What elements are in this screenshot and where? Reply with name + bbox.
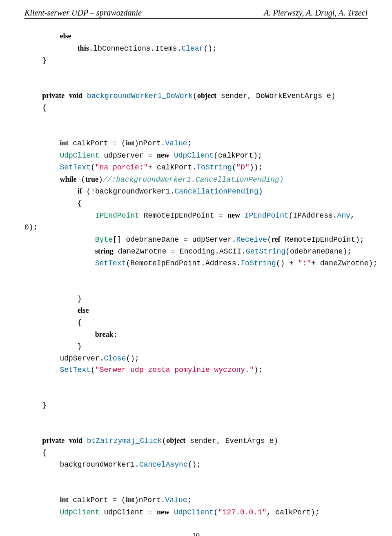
kw-ref: ref	[272, 235, 281, 243]
txt: + calkPort.	[148, 163, 196, 171]
txt: , calkPort);	[267, 508, 320, 516]
txt: .lbConnections.Items.	[89, 44, 182, 53]
txt: (RemoteIpEndPoint.Address.	[126, 259, 241, 267]
txt: sender, DoWorkEventArgs e)	[216, 92, 336, 100]
brace: }	[42, 401, 47, 409]
txt: )nPort.	[134, 496, 165, 504]
txt: udpServer.	[60, 354, 104, 363]
txt: )	[98, 176, 103, 184]
typ-ipendpoint: IPEndPoint	[95, 211, 139, 220]
typ-udpclient: UdpClient	[60, 508, 99, 516]
txt: [] odebraneDane = udpServer.	[113, 236, 236, 244]
kw-private: private	[42, 436, 65, 445]
fn-tostring: ToString	[196, 163, 232, 171]
kw-else: else	[78, 306, 89, 314]
txt: calkPort = (	[68, 139, 125, 147]
fn-value: Value	[165, 496, 187, 504]
comment: //!backgroundWorker1.CancellationPending…	[103, 176, 284, 184]
header-right: A. Pierwszy, A. Drugi, A. Trzeci	[264, 8, 368, 18]
fn-cancelasync: CancelAsync	[139, 460, 188, 469]
txt: 0);	[24, 223, 38, 231]
code-block: else this.lbConnections.Items.Clear(); }…	[24, 30, 368, 518]
lit: "na porcie:"	[95, 163, 148, 171]
page: Klient-serwer UDP – sprawozdanie A. Pier…	[0, 0, 392, 536]
kw-true: true	[85, 175, 98, 183]
kw-int: int	[126, 496, 134, 504]
txt: sender, EventArgs e)	[185, 437, 278, 445]
txt: RemoteIpEndPoint =	[139, 211, 227, 220]
kw-void: void	[69, 436, 82, 445]
fn-tostring: ToString	[241, 259, 276, 267]
kw-break: break	[95, 330, 114, 338]
brace: }	[78, 295, 82, 303]
kw-this: this	[78, 44, 89, 52]
txt: udpServer =	[100, 151, 157, 160]
txt: RemoteIpEndPoint);	[281, 236, 364, 244]
txt: daneZwrotne = Encoding.ASCII.	[114, 247, 246, 256]
txt: ();	[204, 44, 217, 53]
header-left: Klient-serwer UDP – sprawozdanie	[24, 8, 142, 18]
txt: ,	[350, 211, 355, 220]
txt: (odebraneDane);	[285, 247, 352, 256]
brace: }	[42, 56, 47, 64]
fn-settext: SetText	[95, 259, 126, 267]
txt: )nPort.	[134, 139, 165, 147]
fn-receive: Receive	[236, 236, 267, 244]
kw-new: new	[157, 151, 169, 159]
brace: {	[42, 104, 47, 112]
kw-object: object	[197, 91, 216, 100]
txt: (!backgroundWorker1.	[82, 187, 175, 196]
lit: "D"	[236, 163, 249, 171]
txt: () +	[276, 259, 298, 267]
txt: ;	[114, 331, 118, 339]
lit: "Serwer udp zosta pomylnie wyczony."	[95, 366, 254, 374]
kw-int: int	[60, 139, 68, 147]
fn-settext: SetText	[60, 163, 91, 171]
fn-settext: SetText	[60, 366, 91, 374]
kw-else: else	[60, 32, 71, 40]
brace: {	[42, 449, 47, 457]
txt: );	[254, 366, 263, 374]
kw-void: void	[69, 91, 82, 100]
kw-new: new	[157, 508, 169, 516]
typ-byte: Byte	[95, 236, 113, 244]
brace: }	[78, 343, 82, 351]
fn-value: Value	[165, 139, 187, 147]
kw-object: object	[166, 436, 185, 445]
fn-btzatrzymaj: btZatrzymaj_Click	[87, 437, 162, 445]
header-rule	[24, 18, 368, 19]
fn-udpclient: UdpClient	[174, 508, 214, 516]
fn-close: Close	[104, 354, 126, 363]
txt: + daneZwrotne);	[311, 259, 377, 267]
kw-int: int	[60, 496, 68, 504]
txt: backgroundWorker1.	[60, 460, 139, 469]
txt: ();	[126, 354, 139, 363]
fn-getstring: GetString	[246, 247, 285, 256]
txt: ();	[188, 460, 201, 469]
kw-new: new	[227, 211, 240, 219]
txt: ));	[249, 163, 263, 171]
kw-string: string	[95, 247, 114, 255]
page-number: 10	[24, 532, 368, 536]
brace: {	[78, 199, 82, 207]
lit: ":"	[298, 259, 311, 267]
txt: ;	[187, 139, 192, 147]
kw-private: private	[42, 91, 65, 100]
fn-any: Any	[337, 211, 350, 220]
txt: calkPort = (	[68, 496, 125, 504]
fn-dowork: backgroundWorker1_DoWork	[87, 92, 193, 100]
brace: {	[78, 318, 82, 327]
txt: udpClient =	[100, 508, 157, 516]
fn-cancel: CancellationPending	[174, 187, 258, 196]
kw-while: while	[60, 175, 76, 183]
fn-clear: Clear	[181, 44, 203, 53]
txt: ;	[187, 496, 192, 504]
kw-if: if	[78, 187, 82, 195]
page-header: Klient-serwer UDP – sprawozdanie A. Pier…	[24, 8, 368, 18]
txt: (IPAddress.	[289, 211, 337, 220]
txt: )	[258, 187, 263, 196]
fn-udpclient: UdpClient	[174, 151, 214, 160]
kw-int: int	[126, 139, 134, 147]
lit: "127.0.0.1"	[218, 508, 267, 516]
txt: (calkPort);	[214, 151, 262, 160]
